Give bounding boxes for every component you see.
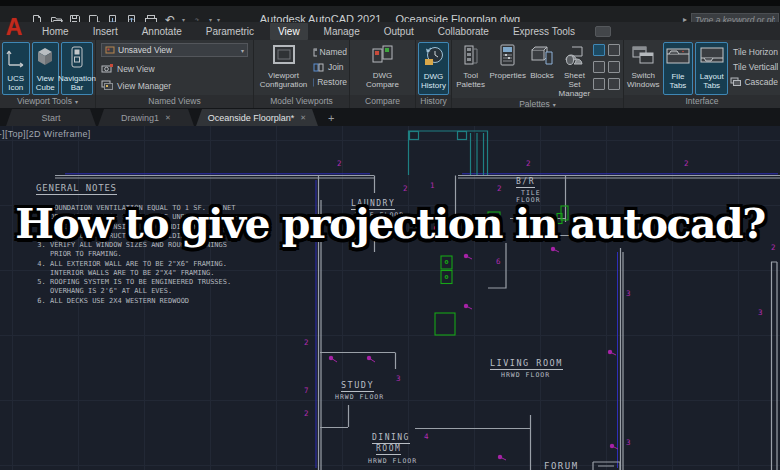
view-dropdown[interactable]: Unsaved View ▾	[101, 43, 248, 57]
palette-grid-icon-4[interactable]	[608, 61, 620, 73]
file-tab-drawing1[interactable]: Drawing1 ✕	[98, 109, 194, 126]
floorplan-drawing	[0, 126, 780, 470]
viewport-configuration-icon	[271, 44, 297, 70]
model-viewports-minicol: Named Join Restore	[313, 42, 347, 95]
ucs-icon-button[interactable]: UCS Icon	[2, 42, 30, 95]
properties-icon	[498, 44, 518, 70]
title-bar: A ↶ ▾ ↷ ▾	[0, 6, 780, 22]
room-label-living: LIVING ROOM	[490, 358, 563, 368]
restore-viewport-icon	[313, 77, 314, 87]
dimension-label: 3	[626, 289, 631, 298]
room-label-br: B/R	[516, 177, 535, 186]
autocad-logo-icon[interactable]: A	[2, 12, 26, 44]
close-tab-icon[interactable]: ✕	[300, 114, 306, 122]
tool-palettes-button[interactable]: Tool Palettes	[454, 42, 487, 98]
view-cube-icon	[34, 45, 56, 73]
navigation-bar-icon	[66, 45, 88, 73]
dimension-label: 2	[684, 159, 689, 168]
tab-output[interactable]: Output	[376, 23, 422, 40]
viewport-configuration-button[interactable]: Viewport Configuration	[256, 42, 311, 95]
sheet-set-manager-icon	[562, 44, 586, 70]
close-tab-icon[interactable]: ✕	[165, 114, 171, 122]
panel-label-compare[interactable]: Compare	[350, 95, 415, 108]
drawing-canvas[interactable]: [-][Top][2D Wireframe] GENERAL NOTES FOU…	[0, 126, 780, 470]
autocad-window: A ↶ ▾ ↷ ▾	[0, 0, 780, 470]
file-tabs-icon	[665, 45, 691, 71]
panel-label-viewport-tools[interactable]: Viewport Tools▾	[0, 95, 95, 108]
panel-caret-icon: ▾	[75, 99, 78, 105]
view-state-icon	[105, 45, 115, 55]
panel-interface: Switch Windows File Tabs Layout Tabs	[624, 40, 780, 108]
panel-palettes: Tool Palettes Properties Blocks	[452, 40, 624, 108]
panel-viewport-tools: UCS Icon View Cube Navigation Bar Viewpo…	[0, 40, 96, 108]
file-tabs-button[interactable]: File Tabs	[663, 42, 694, 95]
palette-grid-icon-1[interactable]	[593, 44, 605, 56]
view-manager-button[interactable]: View Manager	[101, 78, 248, 93]
restore-viewport-button[interactable]: Restore	[313, 74, 347, 89]
tab-insert[interactable]: Insert	[85, 23, 126, 40]
palette-grid-icon-6[interactable]	[608, 78, 620, 90]
room-floor-living: HRWD FLOOR	[501, 371, 550, 379]
panel-label-interface[interactable]: Interface	[624, 95, 780, 108]
palette-grid-icon-3[interactable]	[593, 61, 605, 73]
dwg-compare-button[interactable]: DWG Compare	[358, 42, 408, 95]
panel-named-views: Unsaved View ▾ New View View Manager Nam…	[96, 40, 254, 108]
dimension-label: 4	[424, 432, 429, 441]
tab-parametric[interactable]: Parametric	[198, 23, 262, 40]
cascade-button[interactable]: Cascade	[730, 74, 778, 89]
room-floor-dining: HRWD FLOOR	[368, 457, 417, 465]
switch-windows-icon	[631, 44, 655, 70]
dropdown-caret-icon: ▾	[241, 47, 244, 54]
panel-label-model-viewports[interactable]: Model Viewports	[254, 95, 349, 108]
tile-vertically-button[interactable]: Tile Vertically	[730, 59, 778, 74]
dimension-label: 2	[337, 159, 342, 168]
new-view-button[interactable]: New View	[101, 61, 248, 76]
palettes-extra-icons	[593, 42, 621, 98]
tab-collaborate[interactable]: Collaborate	[430, 23, 497, 40]
view-manager-icon	[101, 80, 114, 91]
navigation-bar-button[interactable]: Navigation Bar	[61, 42, 93, 95]
file-tab-start[interactable]: Start	[6, 109, 96, 126]
layout-tabs-button[interactable]: Layout Tabs	[695, 42, 728, 95]
view-cube-button[interactable]: View Cube	[32, 42, 60, 95]
interface-minicol: Tile Horizontally Tile Vertically Cascad…	[730, 42, 778, 95]
dimension-label: 2	[526, 159, 531, 168]
dimension-label: 7	[304, 386, 309, 395]
tab-home[interactable]: Home	[34, 23, 77, 40]
blocks-button[interactable]: Blocks	[528, 42, 556, 98]
dimension-label: 3	[626, 438, 631, 447]
featured-apps-icon[interactable]	[595, 26, 611, 37]
tab-annotate[interactable]: Annotate	[134, 23, 190, 40]
tile-horizontally-button[interactable]: Tile Horizontally	[730, 44, 778, 59]
dwg-history-button[interactable]: DWG History	[418, 42, 449, 95]
sheet-set-manager-button[interactable]: Sheet Set Manager	[558, 42, 591, 98]
panel-history: DWG History History	[416, 40, 452, 108]
panel-label-named-views[interactable]: Named Views	[96, 95, 253, 108]
tab-express-tools[interactable]: Express Tools	[505, 23, 583, 40]
named-viewport-button[interactable]: Named	[313, 44, 347, 59]
palette-grid-icon-5[interactable]	[593, 78, 605, 90]
named-viewport-icon	[313, 47, 317, 57]
new-tab-button[interactable]: +	[328, 110, 334, 126]
join-viewport-button[interactable]: Join	[313, 59, 347, 74]
layout-tabs-icon	[699, 45, 725, 71]
ucs-axes-icon	[5, 45, 27, 73]
properties-button[interactable]: Properties	[489, 42, 526, 98]
file-tab-oceanside-floorplan[interactable]: Oceanside Floorplan* ✕	[196, 109, 318, 126]
room-floor-study: HRWD FLOOR	[335, 393, 384, 401]
dwg-history-icon	[422, 45, 446, 71]
tool-palettes-icon	[461, 44, 481, 70]
blocks-icon	[530, 44, 554, 70]
tab-manage[interactable]: Manage	[316, 23, 368, 40]
dimension-label: 2	[304, 338, 309, 347]
dimension-label: 2	[403, 184, 408, 193]
panel-model-viewports: Viewport Configuration Named Join Restor…	[254, 40, 350, 108]
keynote-markers	[329, 226, 618, 460]
palette-grid-icon-2[interactable]	[608, 44, 620, 56]
new-view-icon	[101, 63, 114, 74]
tab-view[interactable]: View	[270, 23, 308, 40]
panel-label-history[interactable]: History	[416, 95, 451, 108]
panel-label-palettes[interactable]: Palettes▾	[452, 98, 623, 108]
ribbon-tab-bar: Home Insert Annotate Parametric View Man…	[0, 22, 780, 40]
switch-windows-button[interactable]: Switch Windows	[626, 42, 661, 95]
